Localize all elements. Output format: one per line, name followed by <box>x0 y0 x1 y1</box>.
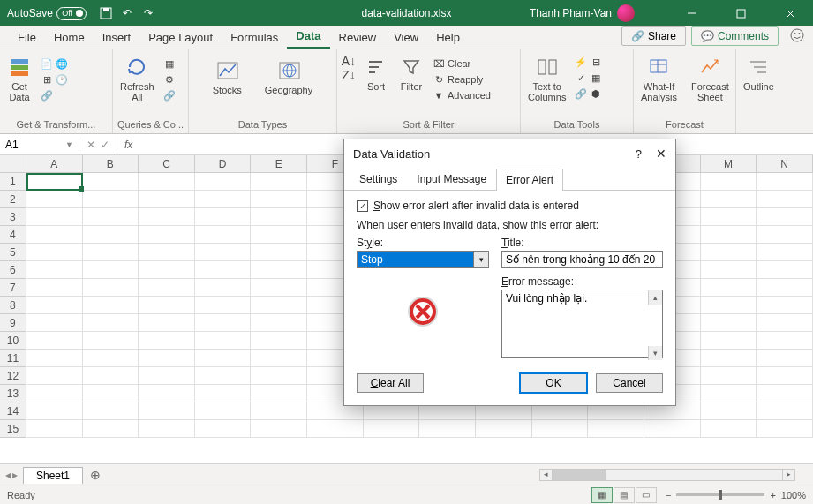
cell[interactable] <box>195 208 252 226</box>
close-icon[interactable]: ✕ <box>656 147 666 161</box>
cell[interactable] <box>757 208 813 226</box>
cell[interactable] <box>251 191 307 208</box>
cell[interactable] <box>532 420 589 438</box>
data-model-icon[interactable]: ⬢ <box>590 87 602 100</box>
col-header[interactable]: A <box>26 155 83 173</box>
cell[interactable] <box>139 332 195 350</box>
get-data-button[interactable]: Get Data <box>4 53 35 104</box>
recent-icon[interactable]: 🕑 <box>56 73 68 86</box>
minimize-button[interactable] <box>672 0 711 26</box>
cell[interactable] <box>701 208 757 226</box>
cell[interactable] <box>26 332 83 350</box>
cell[interactable] <box>83 261 139 279</box>
cell[interactable] <box>83 279 139 297</box>
cell[interactable] <box>26 226 83 244</box>
cell[interactable] <box>701 314 757 332</box>
cancel-button[interactable]: Cancel <box>596 373 663 393</box>
cell[interactable] <box>139 208 195 226</box>
chevron-down-icon[interactable]: ▾ <box>473 252 488 267</box>
cell[interactable] <box>195 332 252 350</box>
col-header[interactable]: M <box>701 155 757 173</box>
cell[interactable] <box>195 350 252 367</box>
cell[interactable] <box>26 191 83 208</box>
cell[interactable] <box>195 279 252 297</box>
row-header[interactable]: 11 <box>0 350 26 367</box>
col-header[interactable]: B <box>83 155 139 173</box>
cell[interactable] <box>26 279 83 297</box>
existing-icon[interactable]: 🔗 <box>41 89 53 102</box>
tab-data[interactable]: Data <box>287 26 329 49</box>
cell[interactable] <box>195 261 252 279</box>
tab-formulas[interactable]: Formulas <box>222 27 287 49</box>
row-header[interactable]: 3 <box>0 208 26 226</box>
cell[interactable] <box>757 279 813 297</box>
cell[interactable] <box>139 297 195 314</box>
row-header[interactable]: 8 <box>0 297 26 314</box>
cell[interactable] <box>83 226 139 244</box>
cell[interactable] <box>757 367 813 385</box>
cell[interactable] <box>701 297 757 314</box>
cell[interactable] <box>195 385 252 402</box>
cell[interactable] <box>251 226 307 244</box>
cell[interactable] <box>26 385 83 402</box>
row-header[interactable]: 10 <box>0 332 26 350</box>
col-header[interactable]: E <box>251 155 307 173</box>
cell[interactable] <box>83 332 139 350</box>
row-header[interactable]: 12 <box>0 367 26 385</box>
sort-za-icon[interactable]: Z↓ <box>343 69 355 81</box>
from-text-icon[interactable]: 📄 <box>41 57 53 70</box>
cell[interactable] <box>251 385 307 402</box>
cell[interactable] <box>195 226 252 244</box>
from-web-icon[interactable]: 🌐 <box>56 57 68 70</box>
cell[interactable] <box>139 385 195 402</box>
fx-icon[interactable]: fx <box>117 139 139 151</box>
cell[interactable] <box>195 367 252 385</box>
cell[interactable] <box>83 297 139 314</box>
cell[interactable] <box>701 420 757 438</box>
cell[interactable] <box>757 402 813 420</box>
cell[interactable] <box>195 314 252 332</box>
row-header[interactable]: 5 <box>0 244 26 261</box>
cell[interactable] <box>757 332 813 350</box>
scroll-up-icon[interactable]: ▴ <box>648 290 662 305</box>
save-icon[interactable] <box>99 6 113 20</box>
cell[interactable] <box>26 208 83 226</box>
flash-fill-icon[interactable]: ⚡ <box>575 56 587 68</box>
page-break-view-button[interactable]: ▭ <box>636 487 657 503</box>
cell[interactable] <box>757 350 813 367</box>
cell[interactable] <box>26 367 83 385</box>
cell[interactable] <box>83 208 139 226</box>
tab-home[interactable]: Home <box>45 27 94 49</box>
from-table-icon[interactable]: ⊞ <box>41 73 53 86</box>
cell[interactable] <box>83 173 139 191</box>
cell[interactable] <box>26 350 83 367</box>
cell[interactable] <box>251 367 307 385</box>
close-button[interactable] <box>771 0 809 26</box>
cell[interactable] <box>307 420 364 438</box>
cell[interactable] <box>251 350 307 367</box>
cell[interactable] <box>195 173 252 191</box>
tab-file[interactable]: File <box>9 27 45 49</box>
queries-icon[interactable]: ▦ <box>163 57 176 70</box>
cell[interactable] <box>195 297 252 314</box>
cell[interactable] <box>701 350 757 367</box>
clear-button[interactable]: ⌧Clear <box>431 56 493 71</box>
cell[interactable] <box>26 297 83 314</box>
col-header[interactable]: N <box>757 155 813 173</box>
col-header[interactable]: D <box>195 155 252 173</box>
cell[interactable] <box>757 297 813 314</box>
zoom-in-button[interactable]: + <box>770 490 775 500</box>
cell[interactable] <box>701 402 757 420</box>
cell[interactable] <box>26 173 83 191</box>
cell[interactable] <box>251 173 307 191</box>
name-box[interactable]: A1▼ <box>0 139 79 151</box>
row-header[interactable]: 6 <box>0 261 26 279</box>
cell[interactable] <box>701 385 757 402</box>
horizontal-scrollbar[interactable]: ◂▸ <box>539 469 795 481</box>
cell[interactable] <box>757 385 813 402</box>
redo-icon[interactable]: ↷ <box>141 6 155 20</box>
tab-page-layout[interactable]: Page Layout <box>139 27 222 49</box>
cell[interactable] <box>139 279 195 297</box>
cell[interactable] <box>26 244 83 261</box>
row-header[interactable]: 15 <box>0 420 26 438</box>
